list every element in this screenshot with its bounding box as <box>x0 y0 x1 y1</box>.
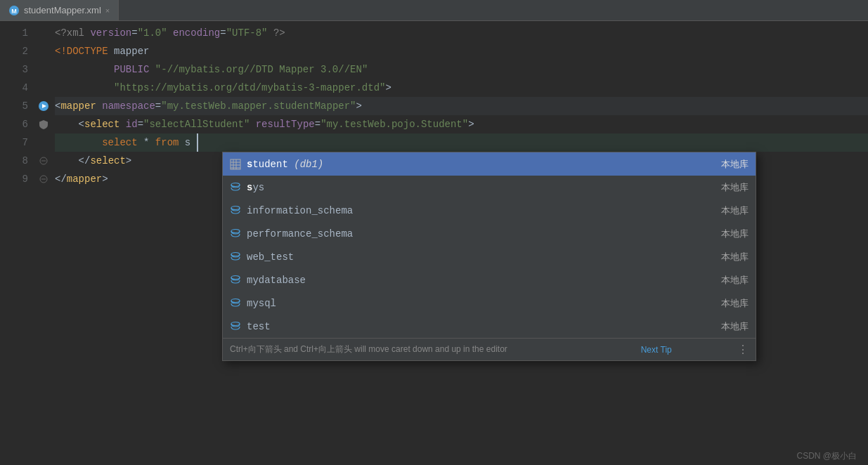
autocomplete-db-4: 本地库 <box>721 251 749 263</box>
collapse-icon-8[interactable] <box>39 157 48 165</box>
autocomplete-item-1[interactable]: sys 本地库 <box>223 176 756 199</box>
db-icon-2 <box>230 205 241 216</box>
collapse-icon-9[interactable] <box>39 175 48 183</box>
tab-filename: studentMapper.xml <box>24 5 101 15</box>
svg-point-16 <box>231 229 240 232</box>
autocomplete-more-button[interactable]: ⋮ <box>737 343 749 356</box>
shield-gutter-icon <box>39 119 48 129</box>
autocomplete-db-7: 本地库 <box>721 320 749 333</box>
code-line-2: <!DOCTYPE mapper <box>55 42 868 60</box>
db-icon-7 <box>230 321 241 332</box>
db-icon-6 <box>230 298 241 309</box>
svg-point-17 <box>231 252 240 256</box>
svg-point-14 <box>231 183 240 186</box>
db-icon-5 <box>230 275 241 286</box>
svg-text:M: M <box>11 8 17 15</box>
watermark-text: CSDN @极小白 <box>796 451 857 461</box>
autocomplete-item-3[interactable]: performance_schema 本地库 <box>223 222 756 245</box>
gutter-icons <box>35 21 52 465</box>
file-tab[interactable]: M studentMapper.xml × <box>0 0 119 20</box>
autocomplete-db-3: 本地库 <box>721 228 749 240</box>
svg-point-19 <box>231 299 240 302</box>
autocomplete-name-7: test <box>247 321 715 332</box>
autocomplete-db-2: 本地库 <box>721 204 749 217</box>
code-line-5: <mapper namespace="my.testWeb.mapper.stu… <box>55 97 868 115</box>
tab-bar: M studentMapper.xml × <box>0 0 868 21</box>
svg-point-18 <box>231 275 240 279</box>
db-icon-3 <box>230 228 241 240</box>
autocomplete-name-1: sys <box>247 182 715 193</box>
next-tip-button[interactable]: Next Tip <box>641 345 672 355</box>
autocomplete-name-4: web_test <box>247 251 715 263</box>
code-line-1: <?xml version="1.0" encoding="UTF-8" ?> <box>55 24 868 42</box>
autocomplete-item-5[interactable]: mydatabase 本地库 <box>223 268 756 292</box>
autocomplete-item-7[interactable]: test 本地库 <box>223 315 756 338</box>
watermark: CSDN @极小白 <box>785 447 868 465</box>
code-line-4: "https://mybatis.org/dtd/mybatis-3-mappe… <box>55 79 868 97</box>
autocomplete-footer-text: Ctrl+向下箭头 and Ctrl+向上箭头 will move caret … <box>230 343 507 355</box>
code-line-7: select * from s <box>55 133 868 152</box>
autocomplete-name-5: mydatabase <box>247 275 715 286</box>
svg-point-15 <box>231 206 240 209</box>
db-icon-4 <box>230 251 241 263</box>
autocomplete-name-6: mysql <box>247 298 715 309</box>
autocomplete-item-4[interactable]: web_test 本地库 <box>223 245 756 268</box>
line-numbers: 1 2 3 4 5 6 7 8 9 <box>0 21 35 465</box>
autocomplete-db-6: 本地库 <box>721 297 749 310</box>
autocomplete-name-2: information_schema <box>247 205 715 216</box>
code-line-3: PUBLIC "-//mybatis.org//DTD Mapper 3.0//… <box>55 60 868 79</box>
code-line-6: <select id="selectAllStudent" resultType… <box>55 115 868 133</box>
table-icon-0 <box>230 159 241 170</box>
editor-area: 1 2 3 4 5 6 7 8 9 <box>0 21 868 465</box>
autocomplete-item-2[interactable]: information_schema 本地库 <box>223 199 756 222</box>
autocomplete-footer: Ctrl+向下箭头 and Ctrl+向上箭头 will move caret … <box>223 338 756 360</box>
svg-point-20 <box>231 322 240 325</box>
db-icon-1 <box>230 182 241 193</box>
autocomplete-db-5: 本地库 <box>721 274 749 287</box>
autocomplete-name-3: performance_schema <box>247 228 715 240</box>
mybatis-logo-icon: M <box>8 5 20 16</box>
autocomplete-item-6[interactable]: mysql 本地库 <box>223 292 756 315</box>
autocomplete-dropdown: student (db1) 本地库 sys 本地库 <box>222 152 756 361</box>
autocomplete-item-0[interactable]: student (db1) 本地库 <box>223 152 756 176</box>
autocomplete-db-0: 本地库 <box>721 158 749 171</box>
mybatis-gutter-icon[interactable] <box>38 100 49 112</box>
autocomplete-db-1: 本地库 <box>721 181 749 194</box>
tab-close-button[interactable]: × <box>105 6 110 15</box>
autocomplete-name-0: student (db1) <box>247 159 715 170</box>
